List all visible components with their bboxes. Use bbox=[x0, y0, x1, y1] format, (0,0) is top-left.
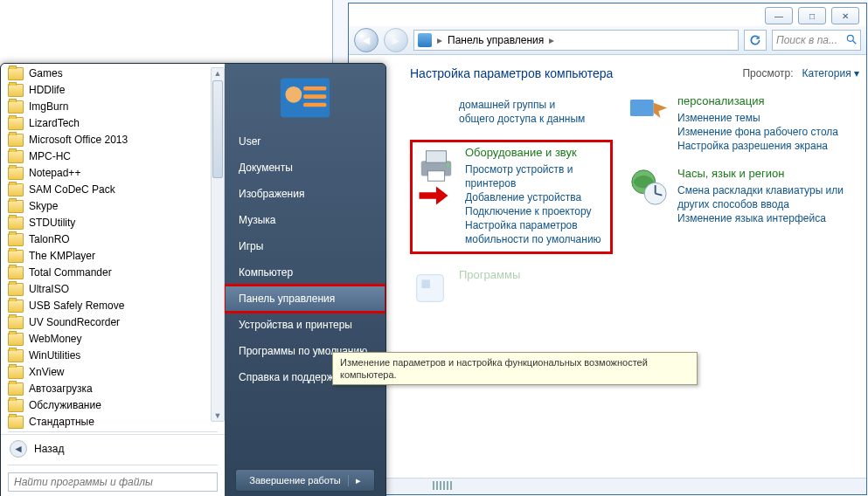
folder-icon bbox=[8, 416, 24, 429]
program-folder-list[interactable]: GamesHDDlifeImgBurnLizardTechMicrosoft O… bbox=[1, 64, 225, 430]
start-right-item[interactable]: Панель управления bbox=[225, 286, 385, 312]
svg-point-5 bbox=[447, 163, 450, 167]
folder-item[interactable]: XnView bbox=[1, 364, 225, 381]
folder-label: MPC-HC bbox=[29, 149, 71, 164]
folder-icon bbox=[8, 217, 24, 230]
scrollbar[interactable]: ▲ ▼ bbox=[211, 67, 225, 422]
highlight-hardware: Оборудование и звук Просмотр устройств и… bbox=[410, 140, 613, 254]
back-arrow-icon: ◄ bbox=[10, 440, 27, 458]
scroll-up-button[interactable]: ▲ bbox=[212, 68, 224, 79]
folder-label: STDUtility bbox=[29, 216, 75, 231]
folder-item[interactable]: SAM CoDeC Pack bbox=[1, 182, 225, 198]
category-network-partial: домашней группы и общего доступа к данны… bbox=[410, 98, 613, 126]
category-hardware-title[interactable]: Оборудование и звук bbox=[465, 146, 603, 160]
start-right-item[interactable]: Игры bbox=[225, 233, 385, 259]
folder-label: The KMPlayer bbox=[29, 249, 95, 264]
refresh-icon bbox=[749, 34, 761, 46]
start-right-item[interactable]: Музыка bbox=[225, 207, 385, 233]
scroll-down-button[interactable]: ▼ bbox=[212, 410, 224, 421]
link-keyboard-layout[interactable]: Смена раскладки клавиатуры или других сп… bbox=[677, 183, 859, 211]
arrow-icon bbox=[418, 184, 449, 207]
svg-rect-3 bbox=[427, 151, 447, 162]
folder-item[interactable]: Games bbox=[1, 65, 225, 82]
user-picture-icon[interactable] bbox=[279, 76, 331, 120]
folder-item[interactable]: UltraISO bbox=[1, 281, 225, 298]
link-theme[interactable]: Изменение темы bbox=[677, 111, 838, 125]
start-right-item[interactable]: Устройства и принтеры bbox=[225, 312, 385, 338]
folder-item[interactable]: The KMPlayer bbox=[1, 248, 225, 265]
folder-item[interactable]: USB Safely Remove bbox=[1, 298, 225, 314]
minimize-button[interactable]: — bbox=[765, 7, 793, 24]
folder-label: Обслуживание bbox=[29, 398, 101, 413]
control-panel-window: — □ ✕ ◄ ► ▸ Панель управления ▸ Поиск в … bbox=[348, 3, 867, 495]
link-wallpaper[interactable]: Изменение фона рабочего стола bbox=[677, 125, 838, 139]
search-placeholder: Поиск в па... bbox=[776, 34, 837, 46]
folder-icon bbox=[8, 349, 24, 362]
folder-item[interactable]: MPC-HC bbox=[1, 148, 225, 165]
shutdown-button[interactable]: Завершение работы ▸ bbox=[235, 469, 375, 492]
link-view-devices[interactable]: Просмотр устройств и принтеров bbox=[465, 162, 603, 190]
link-projector[interactable]: Подключение к проектору bbox=[465, 204, 603, 218]
folder-item[interactable]: ImgBurn bbox=[1, 99, 225, 115]
category-clock-title[interactable]: Часы, язык и регион bbox=[677, 167, 859, 181]
start-search[interactable] bbox=[8, 472, 218, 492]
search-input[interactable]: Поиск в па... bbox=[772, 30, 861, 51]
start-right-item[interactable]: User bbox=[225, 128, 385, 155]
maximize-button[interactable]: □ bbox=[798, 7, 826, 24]
folder-icon bbox=[8, 300, 24, 313]
link-add-device[interactable]: Добавление устройства bbox=[465, 190, 603, 204]
folder-item[interactable]: Notepad++ bbox=[1, 165, 225, 182]
nav-forward-button[interactable]: ► bbox=[384, 28, 408, 52]
category-clock[interactable]: Часы, язык и регион Смена раскладки клав… bbox=[628, 167, 859, 225]
link-homegroup-partial2[interactable]: общего доступа к данным bbox=[459, 112, 585, 126]
view-dropdown[interactable]: Категория ▾ bbox=[802, 67, 859, 79]
folder-item[interactable]: Skype bbox=[1, 198, 225, 215]
breadcrumb[interactable]: ▸ Панель управления ▸ bbox=[413, 30, 739, 51]
back-button[interactable]: ◄ Назад bbox=[1, 434, 225, 463]
folder-item[interactable]: Обслуживание bbox=[1, 397, 225, 414]
folder-icon bbox=[8, 399, 24, 412]
nav-back-button[interactable]: ◄ bbox=[354, 28, 378, 52]
folder-label: WebMoney bbox=[29, 332, 81, 347]
back-label: Назад bbox=[34, 443, 64, 455]
category-appearance-title[interactable]: персонализация bbox=[677, 94, 838, 108]
status-grip[interactable] bbox=[433, 481, 454, 490]
clock-globe-icon bbox=[628, 167, 669, 207]
category-appearance-partial[interactable]: персонализация Изменение темы Изменение … bbox=[628, 98, 859, 153]
folder-item[interactable]: TalonRO bbox=[1, 231, 225, 248]
category-programs-title[interactable]: Программы bbox=[459, 268, 520, 282]
start-right-item[interactable]: Компьютер bbox=[225, 259, 385, 286]
folder-item[interactable]: WinUtilities bbox=[1, 348, 225, 364]
start-search-input[interactable] bbox=[8, 472, 218, 492]
programs-icon bbox=[410, 268, 450, 308]
folder-item[interactable]: HDDlife bbox=[1, 82, 225, 99]
svg-rect-4 bbox=[427, 171, 444, 182]
folder-label: Games bbox=[29, 66, 63, 81]
breadcrumb-root[interactable]: Панель управления bbox=[448, 34, 544, 46]
start-right-item[interactable]: Документы bbox=[225, 155, 385, 181]
folder-icon bbox=[8, 134, 24, 147]
folder-item[interactable]: LizardTech bbox=[1, 115, 225, 132]
folder-label: Автозагрузка bbox=[29, 382, 93, 396]
category-programs[interactable]: Программы bbox=[410, 268, 613, 308]
svg-rect-7 bbox=[421, 279, 430, 288]
folder-item[interactable]: Стандартные bbox=[1, 414, 225, 430]
folder-item[interactable]: UV SoundRecorder bbox=[1, 314, 225, 331]
divider bbox=[8, 431, 218, 432]
close-button[interactable]: ✕ bbox=[831, 7, 859, 24]
folder-item[interactable]: Microsoft Office 2013 bbox=[1, 132, 225, 148]
link-resolution[interactable]: Настройка разрешения экрана bbox=[677, 139, 838, 153]
link-ui-language[interactable]: Изменение языка интерфейса bbox=[677, 211, 859, 225]
folder-item[interactable]: WebMoney bbox=[1, 331, 225, 348]
folder-item[interactable]: Автозагрузка bbox=[1, 381, 225, 397]
link-mobility[interactable]: Настройка параметров мобильности по умол… bbox=[465, 218, 603, 246]
scroll-thumb[interactable] bbox=[212, 80, 223, 178]
folder-label: Total Commander bbox=[29, 265, 112, 280]
folder-icon bbox=[8, 333, 24, 346]
folder-item[interactable]: STDUtility bbox=[1, 215, 225, 231]
start-right-item[interactable]: Изображения bbox=[225, 181, 385, 207]
svg-point-0 bbox=[847, 35, 853, 41]
link-homegroup-partial[interactable]: домашней группы и bbox=[459, 98, 585, 112]
refresh-button[interactable] bbox=[744, 30, 767, 51]
folder-item[interactable]: Total Commander bbox=[1, 265, 225, 281]
